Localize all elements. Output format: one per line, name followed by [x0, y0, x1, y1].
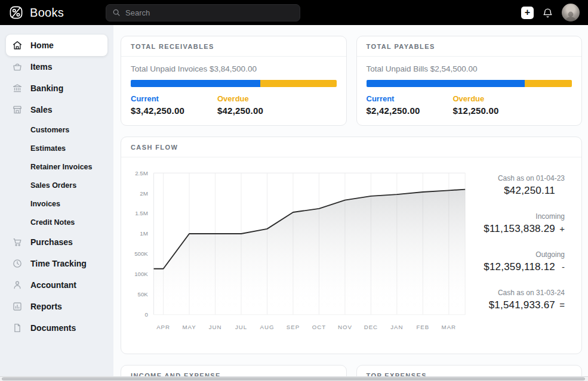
sidebar-item-label: Accountant [30, 280, 76, 290]
search-input[interactable] [125, 8, 294, 17]
sidebar-subitem-label: Customers [30, 126, 69, 134]
svg-text:JUN: JUN [209, 324, 222, 330]
stat-incoming: Incoming $11,153,838.29 + [472, 212, 565, 235]
clock-icon [12, 258, 23, 269]
cash-flow-stats: Cash as on 01-04-23 $42,250.11 Incoming … [472, 163, 577, 342]
total-receivables-card: TOTAL RECEIVABLES Total Unpaid Invoices … [121, 36, 347, 126]
person-icon [12, 280, 23, 290]
sidebar-item-sales-orders[interactable]: Sales Orders [6, 176, 107, 194]
total-payables-card: TOTAL PAYABLES Total Unpaid Bills $2,54,… [356, 36, 583, 126]
scrollbar-thumb[interactable] [2, 377, 585, 380]
svg-text:NOV: NOV [338, 324, 352, 330]
sidebar-item-items[interactable]: Items [6, 56, 107, 78]
receivables-progress-bar [131, 80, 337, 87]
sidebar-item-sales[interactable]: Sales [6, 99, 107, 120]
receivables-summary: Total Unpaid Invoices $3,84,500.00 [131, 64, 337, 73]
sidebar-item-estimates[interactable]: Estimates [6, 139, 107, 157]
current-amount: $3,42,250.00 [131, 106, 217, 116]
svg-text:50K: 50K [138, 291, 149, 298]
stat-operator: - [555, 262, 565, 272]
stat-value: $11,153,838.29 [484, 223, 555, 235]
sidebar-subitem-label: Invoices [30, 200, 60, 208]
overdue-amount: $12,250.00 [453, 106, 499, 116]
svg-text:100K: 100K [134, 271, 148, 277]
sidebar-item-accountant[interactable]: Accountant [6, 274, 107, 296]
stat-label: Incoming [472, 212, 565, 221]
quick-create-button[interactable]: + [521, 7, 534, 19]
card-title: TOTAL PAYABLES [357, 36, 582, 57]
sidebar-item-documents[interactable]: Documents [6, 317, 107, 339]
sidebar-item-purchases[interactable]: Purchases [6, 231, 107, 253]
sidebar-item-retainer-invoices[interactable]: Retainer Invoices [6, 157, 107, 176]
bar-chart-icon [12, 301, 23, 312]
sidebar-item-banking[interactable]: Banking [6, 78, 107, 99]
stat-operator: + [555, 224, 565, 234]
home-icon [12, 40, 23, 51]
sidebar-item-label: Time Tracking [30, 259, 87, 268]
receivables-bar-current [131, 80, 260, 87]
stat-label: Cash as on 01-04-23 [472, 174, 565, 182]
current-label: Current [367, 94, 453, 103]
svg-text:APR: APR [156, 324, 170, 330]
current-amount: $2,42,250.00 [367, 106, 453, 116]
search-icon [112, 8, 121, 17]
card-title: CASH FLOW [121, 137, 581, 157]
document-icon [12, 323, 23, 333]
search-box[interactable] [106, 4, 300, 21]
svg-text:JAN: JAN [390, 324, 403, 330]
payables-bar-overdue [525, 80, 572, 87]
receivables-bar-overdue [260, 80, 336, 87]
horizontal-scrollbar[interactable] [0, 376, 588, 381]
sidebar-subitem-label: Estimates [30, 144, 66, 153]
books-logo-icon [8, 5, 24, 20]
payables-bar-current [367, 80, 525, 87]
sidebar-item-label: Reports [30, 302, 62, 311]
sidebar-item-time-tracking[interactable]: Time Tracking [6, 253, 107, 274]
sidebar-subitem-label: Sales Orders [30, 181, 76, 190]
cash-flow-card: CASH FLOW APRMAYJUNJULAUGSEPOCTNOVDECJAN… [121, 137, 582, 354]
overdue-amount: $42,250.00 [217, 106, 263, 116]
plus-icon: + [525, 8, 530, 17]
svg-text:2M: 2M [140, 190, 147, 197]
sidebar-item-customers[interactable]: Customers [6, 120, 107, 139]
svg-text:AUG: AUG [260, 324, 275, 330]
sidebar-item-invoices[interactable]: Invoices [6, 194, 107, 213]
stat-label: Outgoing [472, 250, 565, 259]
stat-closing-cash: Cash as on 31-03-24 $1,541,933.67 = [472, 289, 565, 311]
sidebar-item-label: Home [30, 41, 54, 50]
current-label: Current [131, 94, 217, 103]
svg-text:MAY: MAY [182, 324, 196, 330]
stat-value: $42,250.11 [504, 185, 555, 197]
sidebar-item-home[interactable]: Home [6, 35, 107, 56]
svg-text:1M: 1M [140, 230, 147, 237]
card-title: TOTAL RECEIVABLES [121, 36, 346, 57]
cash-flow-chart: APRMAYJUNJULAUGSEPOCTNOVDECJANFEBMAR2.5M… [125, 163, 472, 342]
bank-icon [12, 83, 23, 94]
stat-label: Cash as on 31-03-24 [472, 289, 565, 297]
sidebar-item-label: Banking [30, 83, 63, 93]
svg-text:DEC: DEC [364, 324, 378, 330]
notifications-button[interactable] [542, 7, 553, 18]
svg-text:1.5M: 1.5M [135, 210, 148, 216]
store-icon [12, 104, 23, 115]
cart-icon [12, 237, 23, 247]
sidebar-item-credit-notes[interactable]: Credit Notes [6, 213, 107, 231]
svg-text:SEP: SEP [287, 324, 300, 330]
stat-opening-cash: Cash as on 01-04-23 $42,250.11 [472, 174, 565, 197]
svg-text:JUL: JUL [235, 324, 247, 330]
stat-value: $12,359,118.12 [484, 261, 555, 273]
stat-outgoing: Outgoing $12,359,118.12 - [472, 250, 565, 273]
svg-text:0: 0 [144, 311, 148, 318]
stat-operator: = [555, 300, 565, 310]
app-logo[interactable]: Books [8, 5, 64, 20]
sidebar-item-label: Items [30, 62, 53, 72]
sidebar-subitem-label: Credit Notes [30, 218, 75, 227]
sidebar: Home Items Banking [0, 25, 113, 381]
sidebar-item-label: Sales [30, 105, 53, 114]
sidebar-item-reports[interactable]: Reports [6, 296, 107, 317]
topbar-actions: + [521, 4, 580, 21]
sidebar-item-label: Purchases [30, 237, 73, 247]
svg-text:FEB: FEB [416, 324, 429, 330]
user-avatar[interactable] [562, 4, 580, 21]
payables-progress-bar [367, 80, 572, 87]
